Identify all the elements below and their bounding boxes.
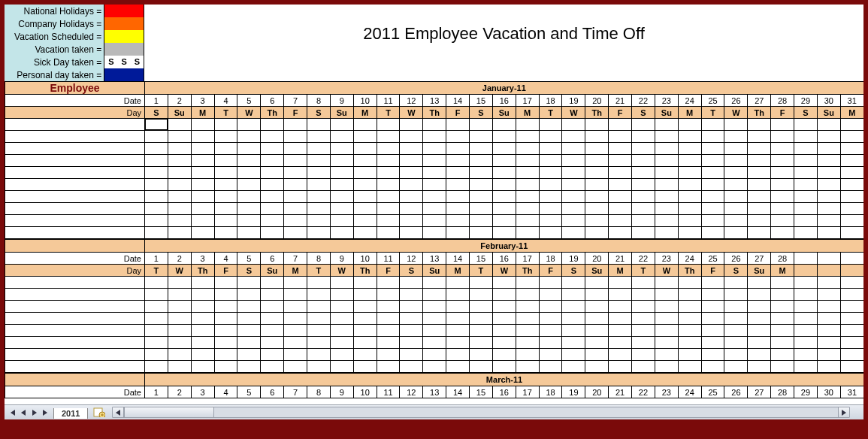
data-cell[interactable]	[446, 215, 470, 227]
data-cell[interactable]	[724, 301, 748, 313]
data-cell[interactable]	[817, 325, 840, 337]
data-cell[interactable]	[817, 289, 840, 301]
employee-cell[interactable]	[5, 325, 145, 337]
data-cell[interactable]	[377, 361, 400, 373]
data-cell[interactable]	[585, 337, 609, 349]
employee-cell[interactable]	[5, 313, 145, 325]
data-cell[interactable]	[655, 349, 678, 361]
date-cell[interactable]: 6	[261, 253, 284, 265]
data-cell[interactable]	[237, 143, 261, 155]
data-cell[interactable]	[492, 215, 516, 227]
data-cell[interactable]	[470, 179, 493, 191]
day-cell[interactable]: Th	[423, 107, 446, 119]
data-cell[interactable]	[678, 119, 701, 131]
data-cell[interactable]	[423, 349, 446, 361]
data-cell[interactable]	[237, 155, 261, 167]
day-cell[interactable]: Th	[678, 265, 701, 277]
data-cell[interactable]	[307, 227, 331, 239]
data-cell[interactable]	[539, 119, 562, 131]
data-cell[interactable]	[377, 167, 400, 179]
data-cell[interactable]	[168, 143, 191, 155]
data-cell[interactable]	[446, 155, 470, 167]
new-sheet-icon[interactable]	[92, 407, 106, 418]
employee-cell[interactable]	[5, 215, 145, 227]
day-cell[interactable]: W	[400, 107, 423, 119]
date-cell[interactable]: 27	[748, 95, 771, 107]
data-cell[interactable]	[400, 215, 423, 227]
data-cell[interactable]	[585, 143, 609, 155]
data-cell[interactable]	[330, 349, 353, 361]
data-cell[interactable]	[237, 325, 261, 337]
data-cell[interactable]	[446, 203, 470, 215]
data-cell[interactable]	[284, 119, 307, 131]
data-cell[interactable]	[585, 215, 609, 227]
data-cell[interactable]	[655, 203, 678, 215]
data-cell[interactable]	[284, 337, 307, 349]
data-cell[interactable]	[191, 227, 214, 239]
day-cell[interactable]: W	[492, 265, 516, 277]
data-cell[interactable]	[492, 337, 516, 349]
data-cell[interactable]	[794, 349, 818, 361]
data-cell[interactable]	[771, 277, 794, 289]
data-cell[interactable]	[377, 313, 400, 325]
date-cell[interactable]: 20	[585, 95, 609, 107]
day-cell[interactable]: T	[377, 107, 400, 119]
data-cell[interactable]	[214, 215, 237, 227]
data-cell[interactable]	[423, 155, 446, 167]
day-cell[interactable]: W	[237, 107, 261, 119]
data-cell[interactable]	[423, 289, 446, 301]
data-cell[interactable]	[771, 361, 794, 373]
employee-cell[interactable]	[5, 119, 145, 131]
day-cell[interactable]: T	[470, 265, 493, 277]
day-cell[interactable]: M	[678, 107, 701, 119]
data-cell[interactable]	[678, 167, 701, 179]
data-cell[interactable]	[191, 191, 214, 203]
date-cell[interactable]: 29	[794, 386, 818, 398]
day-cell[interactable]: F	[214, 265, 237, 277]
data-cell[interactable]	[585, 289, 609, 301]
data-cell[interactable]	[817, 119, 840, 131]
date-cell[interactable]: 20	[585, 386, 609, 398]
data-cell[interactable]	[632, 301, 655, 313]
data-cell[interactable]	[655, 277, 678, 289]
tab-nav-first[interactable]	[7, 407, 17, 418]
data-cell[interactable]	[701, 167, 724, 179]
data-cell[interactable]	[145, 203, 168, 215]
data-cell[interactable]	[353, 337, 377, 349]
data-cell[interactable]	[400, 191, 423, 203]
data-cell[interactable]	[817, 337, 840, 349]
data-cell[interactable]	[353, 143, 377, 155]
data-cell[interactable]	[516, 289, 539, 301]
data-cell[interactable]	[330, 337, 353, 349]
data-cell[interactable]	[678, 191, 701, 203]
data-cell[interactable]	[840, 191, 863, 203]
day-cell[interactable]: W	[655, 265, 678, 277]
date-cell[interactable]: 10	[353, 253, 377, 265]
day-cell[interactable]	[840, 265, 863, 277]
day-cell[interactable]: T	[539, 107, 562, 119]
date-cell[interactable]: 5	[237, 386, 261, 398]
data-cell[interactable]	[400, 301, 423, 313]
data-cell[interactable]	[214, 301, 237, 313]
data-cell[interactable]	[284, 167, 307, 179]
data-cell[interactable]	[168, 325, 191, 337]
date-cell[interactable]: 8	[307, 386, 331, 398]
data-cell[interactable]	[423, 361, 446, 373]
data-cell[interactable]	[353, 301, 377, 313]
data-cell[interactable]	[307, 215, 331, 227]
data-cell[interactable]	[446, 179, 470, 191]
data-cell[interactable]	[214, 349, 237, 361]
data-cell[interactable]	[423, 179, 446, 191]
data-cell[interactable]	[470, 167, 493, 179]
date-cell[interactable]: 2	[168, 386, 191, 398]
data-cell[interactable]	[817, 361, 840, 373]
data-cell[interactable]	[261, 301, 284, 313]
data-cell[interactable]	[353, 155, 377, 167]
data-cell[interactable]	[655, 337, 678, 349]
data-cell[interactable]	[237, 119, 261, 131]
data-cell[interactable]	[261, 179, 284, 191]
data-cell[interactable]	[191, 289, 214, 301]
data-cell[interactable]	[446, 131, 470, 143]
data-cell[interactable]	[585, 227, 609, 239]
data-cell[interactable]	[632, 361, 655, 373]
